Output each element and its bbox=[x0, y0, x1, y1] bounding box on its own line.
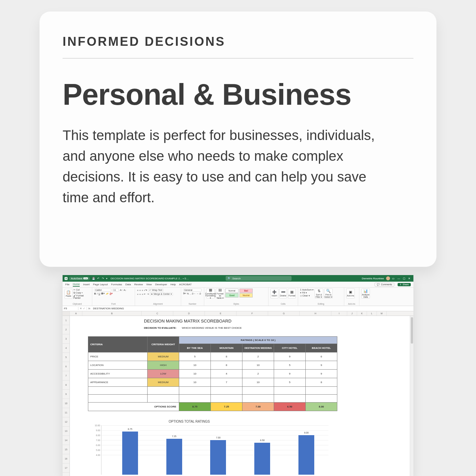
row-header[interactable]: 13 bbox=[63, 427, 70, 436]
score-cell[interactable]: 7.00 bbox=[242, 403, 274, 411]
empty-cell[interactable] bbox=[242, 395, 274, 403]
search-box[interactable]: 🔍 bbox=[226, 276, 292, 281]
row-header[interactable]: 16 bbox=[63, 454, 70, 463]
rating-cell[interactable]: 10 bbox=[179, 361, 211, 370]
row-header[interactable]: 12 bbox=[63, 417, 70, 427]
rating-cell[interactable]: 2 bbox=[242, 370, 274, 378]
cell-style-normal[interactable]: Normal bbox=[225, 289, 238, 293]
cancel-icon[interactable]: ✕ bbox=[80, 307, 82, 310]
grid[interactable]: DECISION MAKING MATRIX SCOREBOARD DECISI… bbox=[70, 316, 410, 476]
row-headers[interactable]: 1234567891011121314151617 bbox=[63, 316, 70, 476]
delete-cells-button[interactable]: ➖Delete bbox=[279, 289, 287, 298]
row-header[interactable]: 11 bbox=[63, 408, 70, 417]
enter-icon[interactable]: ✓ bbox=[83, 307, 85, 310]
fill-color-button[interactable]: ◢▾ bbox=[106, 292, 109, 295]
analyze-data-button[interactable]: 📊Analyze Data bbox=[361, 289, 370, 298]
row-header[interactable]: 2 bbox=[63, 325, 70, 334]
conditional-formatting-button[interactable]: ▦Conditional Formatting ▾ bbox=[206, 289, 215, 298]
rating-cell[interactable]: 5 bbox=[179, 352, 211, 361]
comments-button[interactable]: 💬 Comments bbox=[375, 283, 394, 287]
row-header[interactable]: 14 bbox=[63, 436, 70, 445]
empty-cell[interactable] bbox=[306, 395, 337, 403]
rating-cell[interactable]: 4 bbox=[211, 370, 242, 378]
worksheet[interactable]: 1234567891011121314151617 DECISION MAKIN… bbox=[63, 316, 413, 476]
criteria-name[interactable]: LOCATION bbox=[88, 361, 148, 370]
minimize-icon[interactable]: — bbox=[398, 277, 400, 280]
column-header[interactable]: A bbox=[70, 311, 82, 316]
formula-content[interactable]: DESTINATION WEDDING bbox=[92, 307, 413, 310]
autosave-toggle[interactable]: AutoSave On bbox=[69, 277, 90, 280]
empty-cell[interactable] bbox=[274, 395, 306, 403]
align-right-icon[interactable]: ≡ bbox=[142, 293, 143, 295]
ribbon-tab-insert[interactable]: Insert bbox=[83, 283, 90, 286]
rating-cell[interactable]: 10 bbox=[242, 378, 274, 387]
row-header[interactable]: 8 bbox=[63, 380, 70, 390]
row-header[interactable]: 7 bbox=[63, 371, 70, 380]
qat-icons[interactable]: 💾 ↶ ↷ ▾ bbox=[91, 277, 108, 280]
qat-more-icon[interactable]: ▾ bbox=[106, 277, 107, 280]
empty-cell[interactable] bbox=[211, 395, 242, 403]
column-header[interactable]: M bbox=[377, 311, 387, 316]
row-header[interactable]: 5 bbox=[63, 353, 70, 362]
ribbon-tab-data[interactable]: Data bbox=[126, 283, 131, 286]
column-header[interactable]: J bbox=[347, 311, 357, 316]
criteria-name[interactable]: PRICE bbox=[88, 352, 148, 361]
empty-cell[interactable] bbox=[179, 387, 211, 395]
paste-button[interactable]: 📋 Paste bbox=[65, 289, 72, 299]
rating-cell[interactable]: 5 bbox=[274, 361, 306, 370]
empty-cell[interactable] bbox=[179, 395, 211, 403]
row-header[interactable]: 9 bbox=[63, 390, 70, 399]
ribbon-tab-developer[interactable]: Developer bbox=[155, 283, 167, 286]
criteria-weight[interactable]: HIGH bbox=[148, 361, 179, 370]
empty-cell[interactable] bbox=[88, 395, 148, 403]
rating-cell[interactable]: 6 bbox=[306, 352, 337, 361]
indent-inc-icon[interactable]: ⇥ bbox=[147, 293, 149, 295]
row-header[interactable]: 6 bbox=[63, 362, 70, 371]
row-header[interactable]: 3 bbox=[63, 334, 70, 344]
undo-icon[interactable]: ↶ bbox=[97, 277, 99, 280]
rating-cell[interactable]: 2 bbox=[242, 352, 274, 361]
formula-bar[interactable]: F5 ✕ ✓ fx DESTINATION WEDDING bbox=[63, 306, 413, 311]
rating-cell[interactable]: 8 bbox=[211, 361, 242, 370]
rating-cell[interactable]: 9 bbox=[306, 370, 337, 378]
score-row[interactable]: OPTIONS SCORE8.757.257.006.508.00 bbox=[88, 403, 337, 411]
decrease-font-icon[interactable]: A↓ bbox=[124, 289, 126, 291]
orientation-icon[interactable]: ⤢▾ bbox=[144, 289, 147, 292]
ribbon-tab-page-layout[interactable]: Page Layout bbox=[93, 283, 108, 286]
autosum-button[interactable]: Σ AutoSum ▾ bbox=[300, 289, 314, 291]
empty-cell[interactable] bbox=[211, 387, 242, 395]
table-row[interactable] bbox=[88, 387, 337, 395]
indent-dec-icon[interactable]: ⇤ bbox=[144, 293, 146, 295]
save-icon[interactable]: 💾 bbox=[92, 277, 95, 280]
window-controls[interactable]: — ▢ ✕ bbox=[397, 277, 411, 280]
column-headers[interactable]: ABCDEFGHIJKLM bbox=[63, 311, 413, 316]
table-row[interactable]: ACCESSIBILITYLOW104299 bbox=[88, 370, 337, 378]
cell-style-good[interactable]: Good bbox=[225, 293, 238, 297]
italic-button[interactable]: I bbox=[97, 293, 98, 295]
ribbon-tab-formulas[interactable]: Formulas bbox=[111, 283, 122, 286]
align-bot-icon[interactable]: ≡ bbox=[142, 289, 143, 292]
criteria-name[interactable]: ACCESSIBILITY bbox=[88, 370, 148, 378]
clear-button[interactable]: ◇ Clear ▾ bbox=[300, 294, 314, 297]
cell-style-neutral[interactable]: Neutral bbox=[239, 293, 253, 297]
empty-cell[interactable] bbox=[274, 387, 306, 395]
bold-button[interactable]: B bbox=[94, 293, 96, 295]
row-header[interactable]: 15 bbox=[63, 445, 70, 454]
column-header[interactable]: K bbox=[357, 311, 367, 316]
percent-icon[interactable]: % bbox=[187, 293, 189, 295]
format-painter-button[interactable]: 🖌 Format Painter bbox=[73, 294, 90, 299]
table-row[interactable]: LOCATIONHIGH1081059 bbox=[88, 361, 337, 370]
row-header[interactable]: 4 bbox=[63, 344, 70, 353]
fill-button[interactable]: ▾ Fill ▾ bbox=[300, 292, 314, 294]
empty-cell[interactable] bbox=[88, 387, 148, 395]
align-top-icon[interactable]: ≡ bbox=[137, 289, 138, 292]
ribbon-tab-review[interactable]: Review bbox=[134, 283, 143, 286]
avatar[interactable] bbox=[386, 276, 390, 280]
inc-decimal-icon[interactable]: .0→ bbox=[191, 293, 196, 295]
format-as-table-button[interactable]: ▤Format as Table ▾ bbox=[216, 289, 224, 298]
sort-filter-button[interactable]: ⇅Sort & Filter ▾ bbox=[315, 289, 323, 298]
currency-icon[interactable]: $▾ bbox=[183, 292, 186, 295]
rating-cell[interactable]: 10 bbox=[179, 378, 211, 387]
select-all-corner[interactable] bbox=[63, 311, 70, 316]
criteria-name[interactable]: APPEARANCE bbox=[88, 378, 148, 387]
